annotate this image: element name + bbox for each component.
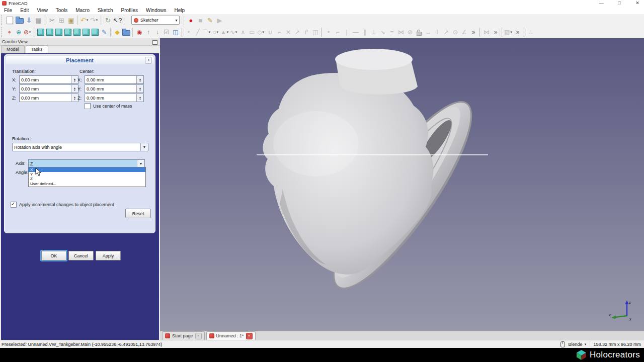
spinner-buttons[interactable]: ▲▼ <box>136 85 143 93</box>
view-rear-button[interactable] <box>72 27 82 37</box>
refresh-button[interactable]: ↻ <box>103 15 113 25</box>
view-front-button[interactable] <box>45 27 54 37</box>
macro-record-button[interactable]: ● <box>186 15 196 25</box>
external-geometry-button[interactable]: ↱ <box>302 27 311 37</box>
constrain-perpendicular-button[interactable]: ⊥ <box>369 27 378 37</box>
center-x-field[interactable]: 0.00 mm▲▼ <box>85 75 144 84</box>
trim-edge-button[interactable]: ✕ <box>284 27 293 37</box>
create-rectangle-button[interactable]: ▭ <box>248 27 257 37</box>
scan-boss[interactable] <box>335 49 418 95</box>
collapse-section-button[interactable]: « <box>145 57 152 64</box>
spinner-buttons[interactable]: ▲▼ <box>71 76 78 83</box>
tab-tasks[interactable]: Tasks <box>26 45 48 53</box>
create-point-button[interactable]: • <box>184 27 193 37</box>
select-constraints-button[interactable]: ⋈ <box>482 27 491 37</box>
validate-sketch-button[interactable]: ☑ <box>162 27 171 37</box>
maximize-button[interactable]: □ <box>615 0 624 7</box>
constrain-tangent-button[interactable]: ↘ <box>378 27 387 37</box>
measure-distance-button[interactable]: ✎ <box>100 27 109 37</box>
menu-item-windows[interactable]: Windows <box>142 7 171 14</box>
axis-option-y[interactable]: Y <box>29 172 145 176</box>
document-tab-unnamed-1[interactable]: Unnamed : 1*× <box>206 331 256 340</box>
constrain-angle-button[interactable]: ∠ <box>460 27 469 37</box>
axis-option-z[interactable]: Z <box>29 176 145 181</box>
create-line-button[interactable]: ╱ <box>193 27 202 37</box>
document-tab-start-page[interactable]: Start page× <box>162 331 205 340</box>
open-document-button[interactable] <box>15 15 24 25</box>
float-panel-icon[interactable] <box>152 40 157 45</box>
axis-option-x[interactable]: X <box>29 167 145 172</box>
combo-view-titlebar[interactable]: Combo View <box>0 38 160 46</box>
placement-header[interactable]: Placement « <box>6 56 154 64</box>
print-button[interactable]: ▦ <box>34 15 43 25</box>
constrain-vdistance-button[interactable]: I <box>433 27 442 37</box>
whats-this-button[interactable]: ↖? <box>113 15 122 25</box>
undo-button[interactable]: ↶▼ <box>80 15 90 25</box>
menu-item-file[interactable]: File <box>0 7 16 14</box>
constrain-equal-button[interactable]: = <box>387 27 396 37</box>
3d-viewport[interactable]: z x y <box>160 38 644 331</box>
leave-sketch-button[interactable]: ↑ <box>144 27 153 37</box>
carbon-copy-button[interactable]: ◫ <box>311 27 320 37</box>
axis-option-user-defined[interactable]: User defined... <box>29 181 145 187</box>
translation-z-field[interactable]: 0.00 mm▲▼ <box>19 94 78 102</box>
create-arc-button[interactable]: ⌒▼ <box>202 27 211 37</box>
spinner-buttons[interactable]: ▲▼ <box>136 94 143 102</box>
bspline-appearance-button[interactable]: ▨▼ <box>504 27 513 37</box>
tab-model[interactable]: Model <box>1 45 25 53</box>
create-polygon-button[interactable]: ◇▼ <box>257 27 266 37</box>
constrain-lock-button[interactable] <box>415 27 424 37</box>
view-right-button[interactable] <box>63 27 72 37</box>
toolbar-grip[interactable] <box>1 15 4 25</box>
apply-button[interactable]: Apply <box>96 251 121 260</box>
cancel-button[interactable]: Cancel <box>68 251 94 260</box>
navigation-style-selector[interactable]: Blende ▼ <box>568 342 587 347</box>
constrain-vertical-button[interactable]: | <box>342 27 351 37</box>
center-z-field[interactable]: 0.00 mm▲▼ <box>85 94 144 102</box>
tools-overflow-button[interactable]: » <box>491 27 500 37</box>
create-conic-button[interactable]: ▲▼ <box>220 27 229 37</box>
menu-item-edit[interactable]: Edit <box>16 7 33 14</box>
ok-button[interactable]: OK <box>41 251 66 260</box>
menu-item-help[interactable]: Help <box>171 7 189 14</box>
spinner-buttons[interactable]: ▲▼ <box>71 85 78 93</box>
macro-edit-button[interactable]: ✎ <box>205 15 215 25</box>
box-zoom-button[interactable]: ⊕ <box>14 27 23 37</box>
bspline-overflow-button[interactable]: » <box>513 27 522 37</box>
constrain-symmetric-button[interactable]: ⋈ <box>396 27 406 37</box>
constrain-block-button[interactable]: ⊘ <box>406 27 415 37</box>
center-y-field[interactable]: 0.00 mm▲▼ <box>85 84 144 93</box>
create-slot-button[interactable]: ∪ <box>266 27 275 37</box>
paste-button[interactable]: ▣ <box>66 15 76 25</box>
rotation-mode-select[interactable]: Rotation axis with angle ▼ <box>12 143 148 151</box>
menu-item-profiles[interactable]: Profiles <box>117 7 142 14</box>
redo-button[interactable]: ↷▼ <box>90 15 99 25</box>
fit-all-button[interactable]: ⌖ <box>5 27 14 37</box>
translation-x-field[interactable]: 0.00 mm▲▼ <box>19 75 78 84</box>
toolbar-grip[interactable] <box>1 27 4 37</box>
macro-execute-button[interactable]: ▶ <box>215 15 224 25</box>
constrain-horizontal-button[interactable]: — <box>351 27 360 37</box>
view-left-button[interactable] <box>91 27 100 37</box>
part-simple-copy-button[interactable]: ◆ <box>113 27 122 37</box>
constrain-hdistance-button[interactable]: ↔ <box>424 27 433 37</box>
view-axonometric-button[interactable] <box>36 27 45 37</box>
close-tab-icon[interactable]: × <box>246 333 253 339</box>
constrain-distance-button[interactable]: ↗ <box>442 27 451 37</box>
view-top-button[interactable] <box>54 27 63 37</box>
apply-incremental-checkbox[interactable] <box>11 202 17 208</box>
create-circle-button[interactable]: ○▼ <box>211 27 220 37</box>
group-button[interactable] <box>122 27 131 37</box>
extend-edge-button[interactable]: ↗ <box>293 27 302 37</box>
virtual-space-button[interactable]: ∴ <box>526 27 535 37</box>
translation-y-field[interactable]: 0.00 mm▲▼ <box>19 84 78 93</box>
create-bspline-button[interactable]: ∿▼ <box>229 27 238 37</box>
new-document-button[interactable] <box>5 15 15 25</box>
menu-item-sketch[interactable]: Sketch <box>94 7 117 14</box>
use-center-of-mass-checkbox[interactable] <box>85 103 91 109</box>
copy-button[interactable]: ⊞ <box>57 15 66 25</box>
create-sketch-button[interactable]: ◉ <box>135 27 144 37</box>
menu-item-view[interactable]: View <box>33 7 52 14</box>
constrain-parallel-button[interactable]: ∥ <box>360 27 369 37</box>
constrain-radius-button[interactable]: ⊙ <box>451 27 460 37</box>
